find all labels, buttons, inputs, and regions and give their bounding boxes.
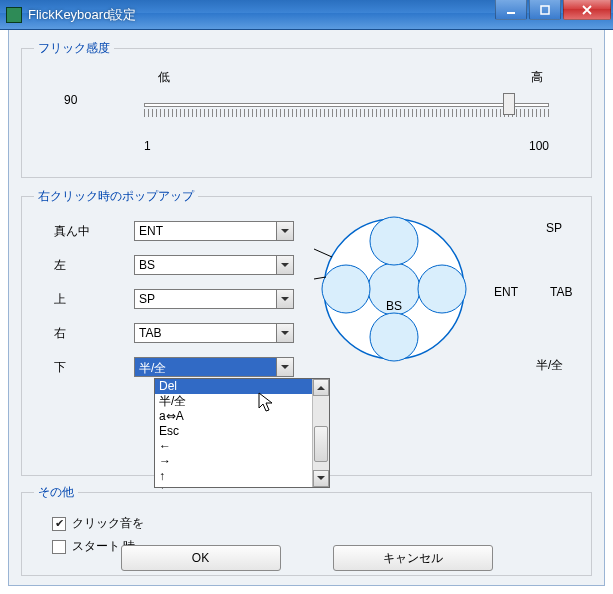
chevron-down-icon[interactable] <box>276 256 293 274</box>
direction-diagram: BS SP ENT TAB 半/全 <box>314 209 604 379</box>
dropdown-item[interactable]: Esc <box>155 424 329 439</box>
titlebar: FlickKeyboard設定 <box>0 0 613 30</box>
diagram-up-label: SP <box>546 221 562 235</box>
dropdown-item[interactable]: → <box>155 454 329 469</box>
svg-point-6 <box>322 265 370 313</box>
svg-rect-1 <box>541 6 549 14</box>
svg-point-7 <box>418 265 466 313</box>
slider-scale-min: 1 <box>144 139 151 153</box>
dropdown-item[interactable]: Del <box>155 379 329 394</box>
close-button[interactable] <box>563 0 611 20</box>
dropdown-item[interactable]: a⇔A <box>155 409 329 424</box>
svg-line-8 <box>314 249 332 257</box>
combo-value: SP <box>135 290 276 308</box>
group-legend: その他 <box>34 484 78 501</box>
diagram-right-outer-label: TAB <box>550 285 572 299</box>
dropdown-item[interactable]: ↑ <box>155 469 329 484</box>
slider-container: 低 高 90 1 100 <box>34 67 579 163</box>
row-down: 下 半/全 <box>54 357 294 377</box>
cancel-label: キャンセル <box>383 550 443 567</box>
svg-point-4 <box>370 217 418 265</box>
combo-down[interactable]: 半/全 <box>134 357 294 377</box>
svg-rect-0 <box>507 12 515 14</box>
ok-button[interactable]: OK <box>121 545 281 571</box>
diagram-right-inner-label: ENT <box>494 285 518 299</box>
combo-value: BS <box>135 256 276 274</box>
popup-section: 真ん中 ENT 左 BS 上 SP <box>34 215 579 425</box>
window-buttons <box>495 0 611 20</box>
dropdown-item[interactable]: ← <box>155 439 329 454</box>
minimize-button[interactable] <box>495 0 527 20</box>
combo-center[interactable]: ENT <box>134 221 294 241</box>
window-title: FlickKeyboard設定 <box>28 6 136 24</box>
label-center: 真ん中 <box>54 223 134 240</box>
group-legend: フリック感度 <box>34 40 114 57</box>
slider-ticks <box>144 109 549 117</box>
row-center: 真ん中 ENT <box>54 221 294 241</box>
slider-value: 90 <box>64 93 77 107</box>
scroll-down-icon[interactable] <box>313 470 329 487</box>
combo-value: 半/全 <box>135 358 276 376</box>
chevron-down-icon[interactable] <box>276 324 293 342</box>
slider-scale-max: 100 <box>529 139 549 153</box>
app-icon <box>6 7 22 23</box>
checkbox-click-sound[interactable]: ✔ <box>52 517 66 531</box>
scroll-up-icon[interactable] <box>313 379 329 396</box>
row-left: 左 BS <box>54 255 294 275</box>
label-up: 上 <box>54 291 134 308</box>
slider-thumb[interactable] <box>503 93 515 115</box>
diagram-center-label: BS <box>386 299 402 313</box>
chevron-down-icon[interactable] <box>276 358 293 376</box>
combo-down-dropdown[interactable]: Del半/全a⇔AEsc←→↑↓ <box>154 378 330 488</box>
slider-high-label: 高 <box>531 69 543 86</box>
svg-point-5 <box>370 313 418 361</box>
client-area: フリック感度 低 高 90 1 100 右クリック時のポップアップ 真ん中 EN… <box>8 30 605 586</box>
row-click-sound: ✔ クリック音を <box>52 515 575 532</box>
combo-right[interactable]: TAB <box>134 323 294 343</box>
group-flick-sensitivity: フリック感度 低 高 90 1 100 <box>21 40 592 178</box>
label-left: 左 <box>54 257 134 274</box>
slider-track[interactable] <box>144 103 549 107</box>
row-right: 右 TAB <box>54 323 294 343</box>
slider-low-label: 低 <box>158 69 170 86</box>
group-rightclick-popup: 右クリック時のポップアップ 真ん中 ENT 左 BS 上 SP <box>21 188 592 476</box>
label-click-sound: クリック音を <box>72 515 144 532</box>
label-right: 右 <box>54 325 134 342</box>
chevron-down-icon[interactable] <box>276 290 293 308</box>
group-legend: 右クリック時のポップアップ <box>34 188 198 205</box>
cancel-button[interactable]: キャンセル <box>333 545 493 571</box>
combo-up[interactable]: SP <box>134 289 294 309</box>
chevron-down-icon[interactable] <box>276 222 293 240</box>
combo-left[interactable]: BS <box>134 255 294 275</box>
maximize-button[interactable] <box>529 0 561 20</box>
dropdown-item[interactable]: ↓ <box>155 484 329 489</box>
scroll-track[interactable] <box>313 396 329 470</box>
combo-value: ENT <box>135 222 276 240</box>
diagram-down-label: 半/全 <box>536 357 563 374</box>
row-up: 上 SP <box>54 289 294 309</box>
dropdown-scrollbar[interactable] <box>312 379 329 487</box>
button-bar: OK キャンセル <box>9 545 604 571</box>
scroll-thumb[interactable] <box>314 426 328 462</box>
label-down: 下 <box>54 359 134 376</box>
dropdown-item[interactable]: 半/全 <box>155 394 329 409</box>
combo-value: TAB <box>135 324 276 342</box>
ok-label: OK <box>192 551 209 565</box>
